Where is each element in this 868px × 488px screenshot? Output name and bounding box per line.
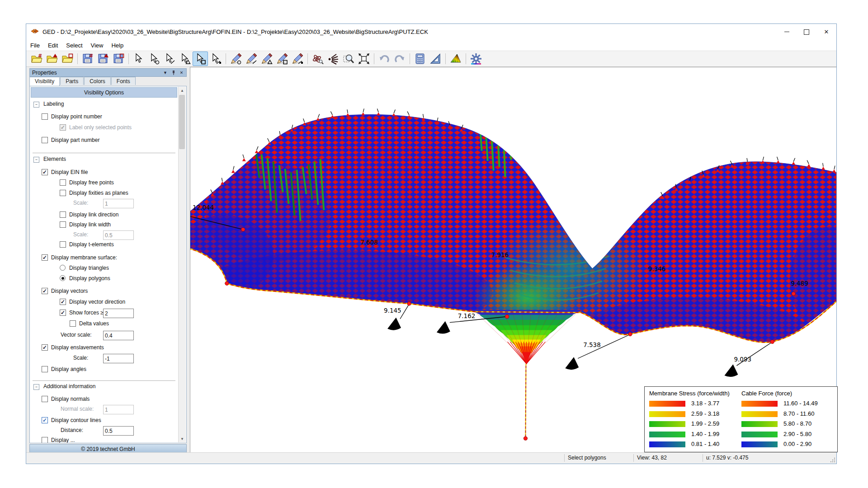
3d-viewport[interactable]: 12.0447.6087.9169.3469.4899.1457.1627.53… — [190, 67, 836, 452]
draw-points-button[interactable] — [228, 52, 244, 66]
checkbox-display-free-points[interactable] — [60, 179, 66, 186]
checkbox-display-link-width[interactable] — [60, 221, 66, 228]
open-points-file-button[interactable]: # — [29, 52, 44, 66]
collapse-icon[interactable]: − — [33, 102, 39, 108]
scroll-up-icon[interactable]: ▲ — [179, 87, 186, 94]
scroll-thumb[interactable] — [179, 95, 185, 149]
status-uv: u: 7.529 v: -0.475 — [706, 455, 748, 461]
zoom-point-button[interactable] — [326, 52, 341, 66]
select-lines-button[interactable] — [162, 52, 177, 66]
checkbox-display-enslavements[interactable]: ✓ — [42, 344, 48, 351]
measure-button[interactable] — [428, 52, 443, 66]
checkbox-display-contour-lines[interactable]: ✓ — [42, 417, 48, 423]
input-distance[interactable] — [103, 426, 134, 436]
scale-label: Normal scale: — [61, 406, 94, 412]
checkbox-show-forces[interactable]: ✓ — [60, 310, 66, 316]
panel-menu-icon[interactable]: ▼ — [162, 69, 169, 76]
checkbox-delta-values[interactable] — [70, 320, 76, 327]
panel-scrollbar[interactable]: ▲ ▼ — [178, 87, 186, 442]
draw-polygons-button[interactable] — [274, 52, 290, 66]
tab-visibility[interactable]: Visibility — [29, 77, 60, 86]
input-scale[interactable] — [103, 354, 134, 363]
checkbox-label: Display membrane surface: — [51, 254, 117, 261]
checkbox-label: Display link direction — [69, 211, 118, 218]
collapse-icon[interactable]: − — [33, 384, 39, 390]
checkbox-label: Display fixities as planes — [69, 190, 128, 196]
title-bar: GED - D:\2_Projekte\Easy\2020\03_26_Webs… — [26, 24, 836, 40]
select-polygons-button[interactable] — [193, 52, 208, 66]
zoom-fit-button[interactable] — [356, 52, 372, 66]
input-scale[interactable] — [103, 230, 134, 240]
tab-colors[interactable]: Colors — [84, 77, 111, 85]
select-points-button[interactable] — [146, 52, 162, 66]
force-label: 9.489 — [791, 280, 808, 287]
checkbox-label: Display vectors — [51, 288, 88, 294]
draw-triangles-button[interactable] — [259, 52, 274, 66]
checkbox-display-part-number[interactable] — [42, 137, 48, 143]
draw-lines-button[interactable] — [244, 52, 259, 66]
save-polygons-file-button[interactable] — [111, 52, 126, 66]
radio-display-triangles[interactable] — [60, 265, 66, 271]
input-scale[interactable] — [103, 199, 134, 208]
checkbox-display-vector-direction[interactable]: ✓ — [60, 299, 66, 305]
row-display-angles: Display angles — [30, 365, 179, 374]
row-display-enslavements: ✓ Display enslavements — [30, 343, 179, 352]
panel-close-icon[interactable]: ✕ — [178, 69, 185, 76]
menu-item-edit[interactable]: Edit — [44, 41, 62, 50]
undo-button[interactable] — [377, 52, 392, 66]
radio-label: Display triangles — [69, 265, 109, 271]
draw-links-button[interactable] — [290, 52, 305, 66]
collapse-icon[interactable]: − — [33, 157, 39, 163]
select-triangles-button[interactable] — [177, 52, 193, 66]
checkbox-display-point-number[interactable] — [42, 113, 48, 120]
tab-parts[interactable]: Parts — [60, 77, 84, 85]
checkbox-display-fixities-as-planes[interactable] — [60, 190, 66, 196]
tab-fonts[interactable]: Fonts — [111, 77, 136, 85]
checkbox-display-t-elements[interactable] — [60, 241, 66, 248]
redo-icon — [394, 53, 406, 65]
settings-button[interactable] — [468, 52, 484, 66]
checkbox-label-only-selected-points[interactable]: ✓ — [60, 124, 66, 131]
orbit-view-button[interactable] — [310, 52, 326, 66]
menu-item-view[interactable]: View — [87, 41, 108, 50]
radio-display-polygons[interactable] — [60, 275, 66, 281]
input-show-forces[interactable] — [103, 309, 134, 318]
open-polygons-file-button[interactable] — [60, 52, 75, 66]
checkbox-display-membrane-surface[interactable]: ✓ — [42, 254, 48, 261]
checkbox-display[interactable] — [42, 437, 48, 443]
menu-bar: FileEditSelectViewHelp — [26, 40, 836, 51]
menu-item-select[interactable]: Select — [62, 41, 86, 50]
minimize-button[interactable] — [777, 24, 797, 40]
close-button[interactable]: ✕ — [816, 24, 836, 40]
resize-grip[interactable] — [830, 458, 835, 462]
legend-color-bar — [649, 441, 685, 447]
redo-button[interactable] — [392, 52, 407, 66]
maximize-button[interactable] — [797, 24, 816, 40]
draw-links-icon — [292, 53, 303, 65]
menu-item-help[interactable]: Help — [107, 41, 127, 50]
input-normal-scale[interactable] — [103, 405, 134, 414]
checkbox-display-ein-file[interactable]: ✓ — [42, 169, 48, 175]
open-lines-file-button[interactable] — [44, 52, 60, 66]
panel-pin-icon[interactable] — [170, 69, 177, 76]
app-window: GED - D:\2_Projekte\Easy\2020\03_26_Webs… — [26, 23, 837, 464]
checkbox-display-link-direction[interactable] — [60, 211, 66, 218]
save-lines-file-button[interactable] — [95, 52, 111, 66]
save-points-file-button[interactable]: # — [80, 52, 95, 66]
menu-item-file[interactable]: File — [26, 41, 44, 50]
scroll-down-icon[interactable]: ▼ — [179, 435, 186, 442]
checkbox-display-normals[interactable] — [42, 396, 48, 402]
input-vector-scale[interactable] — [103, 331, 134, 340]
membrane-view-button[interactable] — [448, 52, 463, 66]
calculator-button[interactable] — [412, 52, 428, 66]
checkbox-label: Display contour lines — [51, 417, 101, 423]
legend-range: 2.90 - 5.80 — [783, 431, 811, 437]
scale-label: Scale: — [73, 231, 88, 238]
checkbox-display-angles[interactable] — [42, 366, 48, 372]
select-links-button[interactable] — [208, 52, 223, 66]
zoom-window-button[interactable] — [341, 52, 356, 66]
calculator-icon — [414, 53, 426, 65]
node-dot — [770, 340, 774, 343]
select-cursor-button[interactable] — [131, 52, 146, 66]
checkbox-display-vectors[interactable]: ✓ — [42, 288, 48, 294]
